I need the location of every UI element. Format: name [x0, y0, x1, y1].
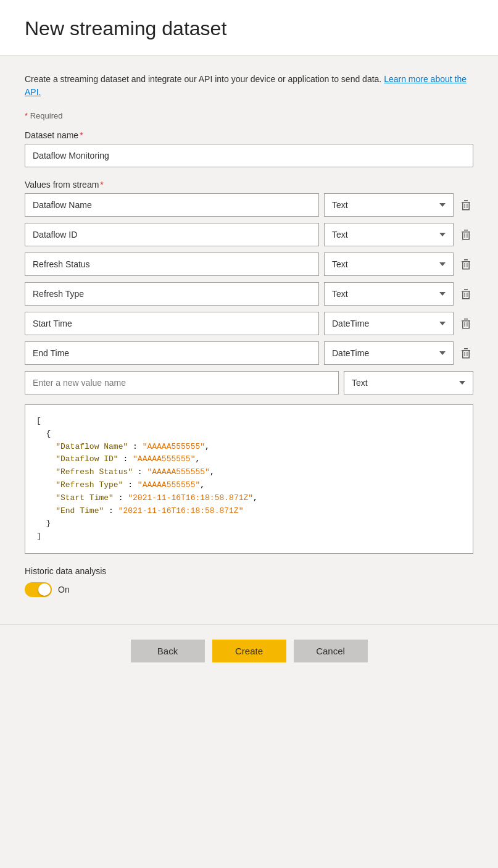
- row-type-select-1[interactable]: Text Number DateTime Boolean: [324, 223, 454, 246]
- svg-rect-35: [462, 350, 470, 351]
- footer-actions: Back Create Cancel: [0, 624, 498, 677]
- svg-rect-30: [462, 322, 463, 328]
- svg-rect-36: [464, 348, 468, 349]
- delete-row-button-0[interactable]: [459, 197, 473, 213]
- new-value-row: Text Number DateTime Boolean: [25, 371, 473, 394]
- back-button[interactable]: Back: [131, 640, 205, 662]
- svg-rect-22: [464, 289, 468, 290]
- delete-row-button-5[interactable]: [459, 345, 473, 361]
- historic-data-label: Historic data analysis: [25, 566, 473, 576]
- delete-row-button-2[interactable]: [459, 256, 473, 272]
- svg-rect-3: [469, 203, 470, 210]
- row-type-select-4[interactable]: Text Number DateTime Boolean: [324, 312, 454, 335]
- stream-row-1: Text Number DateTime Boolean: [25, 223, 473, 246]
- row-name-input-1[interactable]: [25, 223, 319, 246]
- svg-rect-10: [469, 233, 470, 240]
- new-value-type-select[interactable]: Text Number DateTime Boolean: [344, 371, 473, 394]
- toggle-state-label: On: [58, 585, 70, 595]
- stream-row-2: Text Number DateTime Boolean: [25, 252, 473, 276]
- svg-rect-18: [462, 269, 470, 270]
- row-type-select-2[interactable]: Text Number DateTime Boolean: [324, 252, 454, 276]
- row-name-input-2[interactable]: [25, 252, 319, 276]
- required-note: * Required: [25, 111, 473, 120]
- svg-rect-24: [469, 292, 470, 299]
- svg-rect-26: [465, 293, 465, 297]
- delete-row-button-3[interactable]: [459, 286, 473, 302]
- svg-rect-25: [462, 298, 470, 299]
- description-text: Create a streaming dataset and integrate…: [25, 73, 473, 99]
- svg-rect-7: [462, 232, 470, 233]
- row-name-input-3[interactable]: [25, 282, 319, 306]
- delete-row-button-4[interactable]: [459, 315, 473, 332]
- svg-rect-9: [462, 233, 463, 240]
- svg-rect-0: [462, 202, 470, 203]
- values-from-stream-label: Values from stream*: [25, 180, 473, 190]
- dataset-name-label: Dataset name*: [25, 130, 473, 140]
- row-name-input-4[interactable]: [25, 312, 319, 335]
- svg-rect-6: [467, 204, 467, 208]
- svg-rect-23: [462, 292, 463, 299]
- svg-rect-33: [465, 322, 465, 327]
- historic-toggle[interactable]: [25, 582, 52, 597]
- svg-rect-37: [462, 351, 463, 358]
- stream-row-3: Text Number DateTime Boolean: [25, 282, 473, 306]
- svg-rect-38: [469, 351, 470, 358]
- json-preview: [ { "Dataflow Name" : "AAAAA555555", "Da…: [25, 404, 473, 554]
- svg-rect-28: [462, 320, 470, 322]
- delete-row-button-1[interactable]: [459, 227, 473, 243]
- svg-rect-13: [467, 233, 467, 238]
- svg-rect-16: [462, 262, 463, 269]
- svg-rect-32: [462, 328, 470, 329]
- svg-rect-12: [465, 233, 465, 238]
- svg-rect-17: [469, 262, 470, 269]
- svg-rect-5: [465, 204, 465, 208]
- row-name-input-0[interactable]: [25, 193, 319, 217]
- svg-rect-40: [465, 352, 465, 356]
- svg-rect-14: [462, 261, 470, 262]
- svg-rect-39: [462, 357, 470, 359]
- dataset-name-input[interactable]: [25, 144, 473, 167]
- row-name-input-5[interactable]: [25, 341, 319, 365]
- new-value-name-input[interactable]: [25, 371, 339, 394]
- svg-rect-29: [464, 319, 468, 320]
- svg-rect-21: [462, 291, 470, 292]
- stream-row-5: Text Number DateTime Boolean: [25, 341, 473, 365]
- svg-rect-31: [469, 322, 470, 328]
- svg-rect-8: [464, 230, 468, 231]
- svg-rect-11: [462, 239, 470, 240]
- historic-section: Historic data analysis On: [25, 566, 473, 597]
- svg-rect-4: [462, 209, 470, 211]
- svg-rect-41: [467, 352, 467, 356]
- svg-rect-2: [462, 203, 463, 210]
- stream-row-4: Text Number DateTime Boolean: [25, 312, 473, 335]
- create-button[interactable]: Create: [212, 640, 286, 662]
- stream-row-0: Text Number DateTime Boolean: [25, 193, 473, 217]
- row-type-select-5[interactable]: Text Number DateTime Boolean: [324, 341, 454, 365]
- svg-rect-19: [465, 263, 465, 267]
- page-title: New streaming dataset: [25, 17, 473, 40]
- row-type-select-0[interactable]: Text Number DateTime Boolean: [324, 193, 454, 217]
- row-type-select-3[interactable]: Text Number DateTime Boolean: [324, 282, 454, 306]
- svg-rect-15: [464, 259, 468, 261]
- cancel-button[interactable]: Cancel: [294, 640, 368, 662]
- svg-rect-20: [467, 263, 467, 267]
- svg-rect-27: [467, 293, 467, 297]
- svg-rect-34: [467, 322, 467, 327]
- svg-rect-1: [464, 200, 468, 201]
